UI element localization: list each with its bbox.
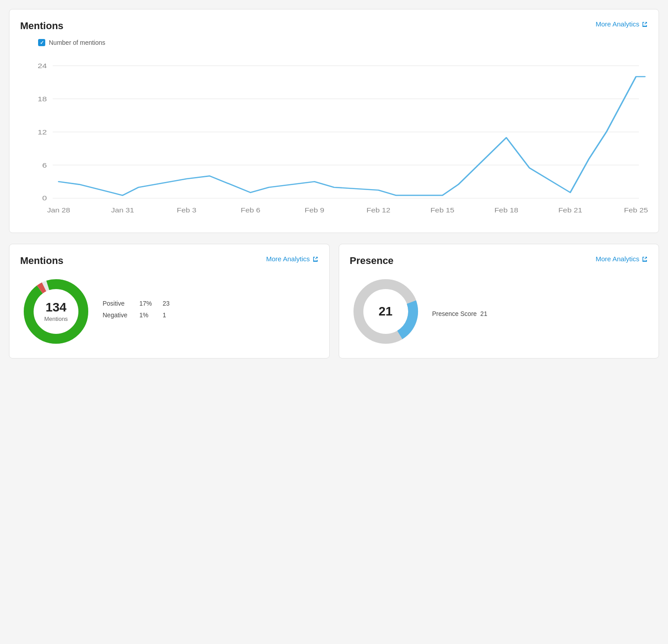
negative-label: Negative	[103, 311, 134, 319]
svg-text:Feb 25: Feb 25	[624, 207, 648, 214]
presence-score-info: Presence Score 21	[432, 310, 487, 317]
svg-text:Feb 15: Feb 15	[431, 207, 454, 214]
mentions-donut-chart: 134 Mentions	[20, 276, 92, 347]
positive-label: Positive	[103, 300, 134, 307]
mentions-donut-title: Mentions	[20, 255, 64, 267]
presence-more-analytics-label: More Analytics	[595, 255, 639, 263]
donut-center-label: 134 Mentions	[44, 300, 68, 323]
negative-row: Negative 1% 1	[103, 311, 170, 319]
svg-text:Feb 21: Feb 21	[558, 207, 582, 214]
positive-row: Positive 17% 23	[103, 300, 170, 307]
presence-score-label: Presence Score	[432, 310, 477, 317]
presence-content: 21 Presence Score 21	[350, 276, 648, 347]
mentions-chart-more-analytics-link[interactable]: More Analytics	[595, 20, 648, 28]
presence-more-analytics-link[interactable]: More Analytics	[595, 255, 648, 263]
presence-score-row: Presence Score 21	[432, 310, 487, 317]
svg-text:24: 24	[38, 62, 47, 70]
svg-text:12: 12	[38, 128, 47, 136]
svg-text:Feb 12: Feb 12	[366, 207, 390, 214]
presence-score-number: 21	[480, 310, 487, 317]
mentions-chart-card: Mentions More Analytics Number of mentio…	[9, 9, 659, 233]
mentions-line	[59, 77, 645, 195]
svg-text:Feb 9: Feb 9	[305, 207, 324, 214]
negative-count: 1	[163, 311, 166, 319]
external-link-icon-3	[642, 256, 648, 262]
mentions-chart-header: Mentions More Analytics	[20, 20, 648, 32]
mentions-donut-more-analytics-label: More Analytics	[266, 255, 310, 263]
svg-text:Feb 3: Feb 3	[177, 207, 196, 214]
bottom-panels: Mentions More Analytics	[9, 244, 659, 359]
presence-center-label: 21	[379, 304, 392, 319]
external-link-icon	[642, 21, 648, 27]
mentions-legend: Number of mentions	[38, 39, 648, 46]
positive-count: 23	[163, 300, 170, 307]
svg-text:0: 0	[42, 194, 47, 202]
presence-header: Presence More Analytics	[350, 255, 648, 267]
presence-panel: Presence More Analytics 21	[339, 244, 659, 359]
external-link-icon-2	[312, 256, 319, 262]
presence-title: Presence	[350, 255, 394, 267]
svg-text:Feb 18: Feb 18	[494, 207, 518, 214]
mentions-donut-panel: Mentions More Analytics	[9, 244, 330, 359]
legend-label: Number of mentions	[49, 39, 105, 46]
mentions-line-chart: 0 6 12 18 24 Jan 28 Jan 31 Feb 3 Feb 6 F…	[20, 52, 648, 222]
legend-checkbox[interactable]	[38, 39, 45, 46]
mentions-donut-header: Mentions More Analytics	[20, 255, 319, 267]
negative-pct: 1%	[139, 311, 157, 319]
svg-text:Jan 31: Jan 31	[111, 207, 134, 214]
presence-donut-chart: 21	[350, 276, 422, 347]
svg-text:6: 6	[42, 161, 47, 169]
svg-text:Feb 6: Feb 6	[241, 207, 260, 214]
more-analytics-label: More Analytics	[595, 20, 639, 28]
mentions-total: 134	[44, 300, 68, 315]
mentions-donut-more-analytics-link[interactable]: More Analytics	[266, 255, 319, 263]
mentions-chart-title: Mentions	[20, 20, 64, 32]
mentions-sublabel: Mentions	[44, 316, 68, 322]
mentions-stats: Positive 17% 23 Negative 1% 1	[103, 300, 170, 323]
line-chart-svg: 0 6 12 18 24 Jan 28 Jan 31 Feb 3 Feb 6 F…	[20, 52, 648, 222]
svg-text:18: 18	[38, 95, 47, 103]
mentions-donut-content: 134 Mentions Positive 17% 23 Negative 1%…	[20, 276, 319, 347]
positive-pct: 17%	[139, 300, 157, 307]
presence-score-value: 21	[379, 304, 392, 319]
svg-text:Jan 28: Jan 28	[47, 207, 70, 214]
